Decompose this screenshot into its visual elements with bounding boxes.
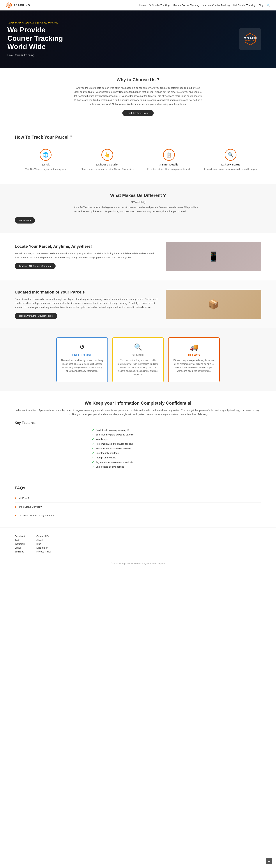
nav-call[interactable]: Call Courier Tracking [233, 4, 255, 7]
step-2-desc: Choose your carrier from a List of Couri… [80, 167, 134, 171]
faq-item-2[interactable]: + Is the Status Correct ? [15, 503, 261, 511]
different-title: What Makes Us Different ? [15, 193, 261, 198]
faq-3-icon: + [15, 514, 17, 517]
track-intelcom-button[interactable]: Track Intelcom Parcel [122, 110, 154, 116]
features-list: ✓Quick tracking using tracking ID ✓Both … [92, 428, 184, 469]
updated-body: Domestic orders can also be tracked thro… [15, 297, 158, 309]
hero-section: Tracking Online Shipment Status Around T… [0, 10, 276, 68]
step-3-label: 3.Enter Details [142, 163, 196, 166]
locate-section: Locate Your Parcel, Anytime, Anywhere! W… [0, 233, 276, 280]
hero-logo-overlay: ANY COURIER TRACKING [239, 28, 261, 50]
card-search-body: You can customize your search with anyth… [116, 359, 160, 376]
feature-9: ✓Unexpected delays notified [92, 464, 184, 469]
faq-2-question: Is the Status Correct ? [18, 505, 42, 508]
why-section: Why to Choose Us ? Are you the unfortuna… [0, 68, 276, 125]
nav-madhur[interactable]: Madhur Courier Tracking [173, 4, 199, 7]
footer-col-links: Contact US About Blog Disclaimer Privacy… [36, 535, 51, 554]
footer-twitter[interactable]: Twitter [15, 539, 25, 541]
hero-tag: Tracking Online Shipment Status Around T… [7, 22, 269, 24]
faq-item-3[interactable]: + Can I use this tool on my Phone ? [15, 511, 261, 520]
nav-home[interactable]: Home [139, 4, 146, 7]
step-4-icon: 🔍 [225, 149, 237, 161]
step-2-icon: 👆 [101, 149, 113, 161]
footer-youtube[interactable]: YouTube [15, 550, 25, 553]
feature-7: ✓Prompt and reliable [92, 455, 184, 460]
how-section: How To Track Your Parcel ? 🌐 1.Visit Vis… [0, 125, 276, 184]
features-title: Key Features [15, 421, 261, 425]
cards-section: ↺ FREE TO USE The services provided by u… [0, 328, 276, 392]
know-more-button[interactable]: Know More [15, 217, 35, 223]
steps-row: 🌐 1.Visit Visit Our Website anycouriertr… [15, 145, 261, 175]
step-1-icon: 🌐 [40, 149, 52, 161]
svg-text:TRACKING: TRACKING [245, 40, 255, 42]
footer-cols: Facebook Twitter Instagram Email YouTube… [15, 535, 261, 554]
updated-image: 📦 [166, 290, 261, 319]
step-4-desc: In less than a second your status will b… [203, 167, 257, 171]
logo[interactable]: ATC TRACKING [5, 2, 30, 8]
nav-intelcom[interactable]: Intelcom Courier Tracking [202, 4, 230, 7]
feature-3: ✓No mix ups [92, 437, 184, 441]
step-3: 📋 3.Enter Details Enter the details of t… [138, 145, 200, 175]
footer-bottom: © 2021 All Rights Reserved For Anycourie… [15, 560, 261, 565]
faq-2-icon: + [15, 505, 17, 508]
footer-about[interactable]: About [36, 539, 51, 541]
feature-4: ✓No complicated information feeding [92, 441, 184, 446]
locate-body: We will provide you complete up to date … [15, 251, 158, 259]
card-search: 🔍 SEARCH You can customize your search w… [112, 337, 164, 382]
footer-privacy[interactable]: Privacy Policy [36, 550, 51, 553]
footer-instagram[interactable]: Instagram [15, 542, 25, 545]
feature-2: ✓Both incoming and outgoing parcels [92, 432, 184, 437]
card-search-icon: 🔍 [116, 343, 160, 351]
step-2: 👆 2.Choose Courier Choose your carrier f… [76, 145, 138, 175]
how-title: How To Track Your Parcel ? [15, 135, 261, 140]
track-st-button[interactable]: Track my ST Courier Shipment [15, 263, 56, 269]
confidential-body: Whether it's an item of personal use or … [15, 408, 261, 416]
why-title: Why to Choose Us ? [15, 77, 261, 82]
faq-section: FAQs + Is it Free ? + Is the Status Corr… [0, 478, 276, 527]
hero-subtitle: Live Courier tracking [7, 54, 269, 57]
nav-blog[interactable]: Blog [259, 4, 264, 7]
updated-title: Updated Information of Your Parcels [15, 290, 158, 294]
card-free-title: FREE TO USE [60, 353, 104, 357]
card-search-title: SEARCH [116, 353, 160, 357]
card-delays-body: If there is any unexpected delay in serv… [172, 359, 216, 373]
different-section: What Makes Us Different ? 24/7 Availabil… [0, 184, 276, 233]
footer: Facebook Twitter Instagram Email YouTube… [0, 527, 276, 569]
card-delays-icon: 🚚 [172, 343, 216, 351]
nav-st[interactable]: St Courier Tracking [149, 4, 169, 7]
footer-contact[interactable]: Contact US [36, 535, 51, 537]
navbar: ATC TRACKING Home St Courier Tracking Ma… [0, 0, 276, 10]
card-free: ↺ FREE TO USE The services provided by u… [56, 337, 108, 382]
step-1: 🌐 1.Visit Visit Our Website anycouriertr… [15, 145, 76, 175]
box-mockup: 📦 [166, 290, 261, 319]
updated-section: Updated Information of Your Parcels Dome… [0, 280, 276, 328]
feature-8: ✓Any courier or e-commerce website [92, 460, 184, 464]
locate-image: 📱 [166, 242, 261, 271]
footer-disclaimer[interactable]: Disclaimer [36, 547, 51, 549]
step-4-label: 4.Check Status [203, 163, 257, 166]
svg-marker-3 [245, 33, 255, 45]
feature-1: ✓Quick tracking using tracking ID [92, 428, 184, 432]
card-delays: 🚚 DELAYS If there is any unexpected dela… [168, 337, 220, 382]
feature-6: ✓User friendly interface [92, 451, 184, 455]
nav-links: Home St Courier Tracking Madhur Courier … [139, 3, 271, 7]
svg-text:ANY COURIER: ANY COURIER [244, 37, 257, 39]
step-4: 🔍 4.Check Status In less than a second y… [200, 145, 261, 175]
track-madhur-button[interactable]: Track My Madhur Courier Parcel [15, 313, 57, 319]
locate-content: Locate Your Parcel, Anytime, Anywhere! W… [15, 244, 158, 269]
faq-item-1[interactable]: + Is it Free ? [15, 494, 261, 503]
footer-col-social: Facebook Twitter Instagram Email YouTube [15, 535, 25, 554]
cards-row: ↺ FREE TO USE The services provided by u… [15, 337, 261, 382]
footer-email[interactable]: Email [15, 547, 25, 549]
footer-blog[interactable]: Blog [36, 542, 51, 545]
step-1-desc: Visit Our Website anycouriertracking.com [19, 167, 73, 171]
step-2-label: 2.Choose Courier [80, 163, 134, 166]
availability-label: 24/7 Availability [15, 201, 261, 204]
step-1-label: 1.Visit [19, 163, 73, 166]
svg-text:ATC: ATC [7, 5, 10, 6]
search-icon[interactable]: 🔍 [267, 3, 271, 7]
faq-title: FAQs [15, 486, 261, 490]
footer-facebook[interactable]: Facebook [15, 535, 25, 537]
feature-5: ✓No additional information needed [92, 446, 184, 451]
hero-title: We Provide Courier Tracking World Wide [7, 26, 269, 51]
